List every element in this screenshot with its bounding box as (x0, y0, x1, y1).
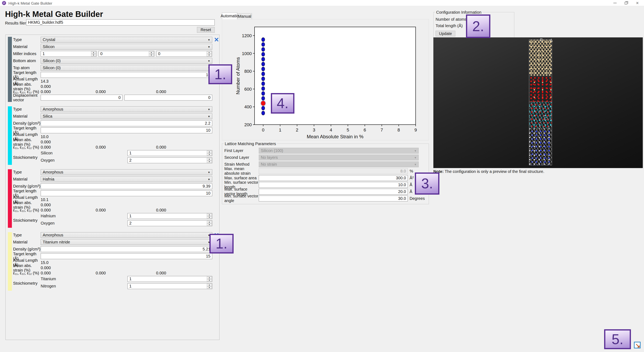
close-button[interactable]: × (632, 0, 643, 6)
match-point[interactable] (262, 77, 265, 81)
spin-up-icon[interactable]: ▲ (207, 284, 212, 286)
spin-down-icon[interactable]: ▼ (207, 216, 212, 219)
field-label: ε₁₁, ε₂₂, ε₁₂ (%) (13, 208, 41, 212)
layer-section-2: TypeAmorphous▼MaterialHafnia▼Density (g/… (6, 169, 219, 229)
match-point[interactable] (262, 87, 265, 91)
update-button[interactable]: Update (436, 31, 455, 36)
displacement-vector-0[interactable]: 0 (41, 95, 122, 101)
selected-match-point[interactable] (261, 101, 266, 106)
layer-color-bar (8, 37, 12, 102)
element-label: Nitrogen (41, 284, 128, 289)
spin-up-icon[interactable]: ▲ (207, 221, 212, 223)
target-length-input[interactable]: 10 (41, 128, 212, 133)
spin-down-icon[interactable]: ▼ (206, 54, 212, 56)
type-select[interactable]: Amorphous▼ (41, 232, 212, 238)
field-label: ε₁₁, ε₂₂, ε₁₂ (%) (13, 271, 41, 275)
min-surface-vector-angle-input[interactable]: 30.0 (259, 196, 408, 201)
max-surface-vector-length-input[interactable]: 20.0 (259, 189, 408, 194)
field-label: Second Layer (224, 155, 259, 160)
max-surface-area-input[interactable]: 300.0 (259, 175, 408, 181)
spin-down-icon[interactable]: ▼ (207, 223, 212, 226)
layer-section-1: TypeAmorphous▼MaterialSilica▼Density (g/… (6, 106, 219, 166)
type-select[interactable]: Amorphous▼ (41, 106, 212, 112)
maximize-button[interactable] (620, 0, 632, 6)
spin-up-icon[interactable]: ▲ (207, 158, 212, 161)
material-select[interactable]: Silicon▼ (41, 44, 212, 50)
spin-up-icon[interactable]: ▲ (207, 151, 212, 153)
field-label: Bottom atom (13, 58, 41, 63)
match-point[interactable] (262, 82, 265, 86)
stoichiometry-row: Nitrogen1▲▼ (41, 283, 212, 289)
material-select[interactable]: Hafnia▼ (41, 176, 212, 182)
stoichiometry-hafnium-spinner[interactable]: 1▲▼ (128, 213, 212, 219)
spin-up-icon[interactable]: ▲ (207, 276, 212, 279)
spin-up-icon[interactable]: ▲ (91, 51, 96, 54)
match-point[interactable] (262, 42, 265, 46)
material-select[interactable]: Titanium nitride▼ (41, 239, 212, 245)
layer-color-bar (8, 106, 12, 165)
match-point[interactable] (262, 91, 265, 95)
spin-down-icon[interactable]: ▼ (207, 161, 212, 163)
remove-layer-icon[interactable]: ✕ (214, 37, 219, 42)
spin-down-icon[interactable]: ▼ (207, 286, 212, 289)
stoichiometry-row: Oxygen2▲▼ (41, 158, 212, 163)
field-row: Density (g/cm³)9.39 (13, 183, 219, 189)
tab-automatic[interactable]: Automatic (222, 12, 237, 19)
silica-layer-preview (529, 76, 552, 102)
density-input[interactable]: 5.21 (41, 246, 212, 252)
match-point[interactable] (262, 47, 265, 51)
reset-button[interactable]: Reset (197, 27, 215, 33)
lattice-group-title: Lattice Matching Parameters (224, 142, 277, 146)
stoichiometry-oxygen-spinner[interactable]: 2▲▼ (128, 220, 212, 226)
stoichiometry-block: StoichiometrySilicon1▲▼Oxygen2▲▼ (13, 150, 219, 165)
target-length-input[interactable]: 15 (41, 72, 212, 78)
spin-down-icon[interactable]: ▼ (207, 279, 212, 282)
spin-up-icon[interactable]: ▲ (206, 51, 212, 54)
top-atom-select[interactable]: Silicon (0)▼ (41, 65, 212, 71)
match-point[interactable] (262, 38, 265, 42)
strain-vs-atoms-scatter-plot[interactable]: 012345678920040060080010001200Mean Absol… (232, 22, 429, 139)
field-row: ε₁₁, ε₂₂, ε₁₂ (%)0.0000.0000.000 (13, 145, 219, 150)
layers-panel: TypeCrystal▼MaterialSilicon▼Miller indic… (6, 35, 220, 340)
bottom-atom-select[interactable]: Silicon (0)▼ (41, 58, 212, 64)
match-point[interactable] (262, 52, 265, 56)
match-point[interactable] (262, 62, 265, 66)
stoichiometry-oxygen-spinner[interactable]: 2▲▼ (128, 158, 212, 163)
stoichiometry-nitrogen-spinner[interactable]: 1▲▼ (128, 283, 212, 289)
match-point[interactable] (262, 96, 265, 100)
results-filename-input[interactable]: HKMG_builder.hdf5 (26, 19, 215, 25)
min-surface-vector-length-input[interactable]: 10.0 (259, 182, 408, 188)
target-length-input[interactable]: 10 (41, 190, 212, 196)
spin-down-icon[interactable]: ▼ (149, 54, 154, 56)
material-select[interactable]: Silica▼ (41, 113, 212, 119)
lattice-row: Min. surface vector angle30.0Degrees (224, 196, 429, 201)
miller-indices-1[interactable]: 0▲▼ (98, 51, 154, 57)
svg-text:1000: 1000 (242, 51, 252, 56)
minimize-button[interactable] (609, 0, 621, 6)
displacement-vector-1[interactable]: 0 (124, 95, 212, 101)
spin-up-icon[interactable]: ▲ (149, 51, 154, 54)
unit-label: Å (410, 182, 412, 187)
match-point[interactable] (262, 111, 265, 115)
structure-preview[interactable]: B A C (433, 37, 643, 168)
density-input[interactable]: 2.2 (41, 120, 212, 126)
spin-down-icon[interactable]: ▼ (91, 54, 96, 56)
miller-indices-0[interactable]: 1▲▼ (41, 51, 96, 57)
match-point[interactable] (262, 57, 265, 61)
miller-indices-2[interactable]: 0▲▼ (156, 51, 212, 57)
type-select[interactable]: Crystal▼ (41, 37, 212, 43)
spin-up-icon[interactable]: ▲ (207, 213, 212, 216)
field-row: Actual Length (Å)14.3 (13, 79, 219, 84)
spin-down-icon[interactable]: ▼ (207, 153, 212, 156)
field-row: ε₁₁, ε₂₂, ε₁₂ (%)0.0000.0000.000 (13, 89, 219, 94)
density-input[interactable]: 9.39 (41, 183, 212, 189)
match-point[interactable] (262, 106, 265, 110)
tab-manual[interactable]: Manual (238, 13, 252, 19)
stoichiometry-row: Hafnium1▲▼ (41, 213, 212, 219)
match-point[interactable] (262, 72, 265, 76)
stoichiometry-silicon-spinner[interactable]: 1▲▼ (128, 150, 212, 156)
target-length-input[interactable]: 15 (41, 253, 212, 259)
match-point[interactable] (262, 67, 265, 71)
type-select[interactable]: Amorphous▼ (41, 169, 212, 175)
stoichiometry-titanium-spinner[interactable]: 1▲▼ (128, 276, 212, 282)
